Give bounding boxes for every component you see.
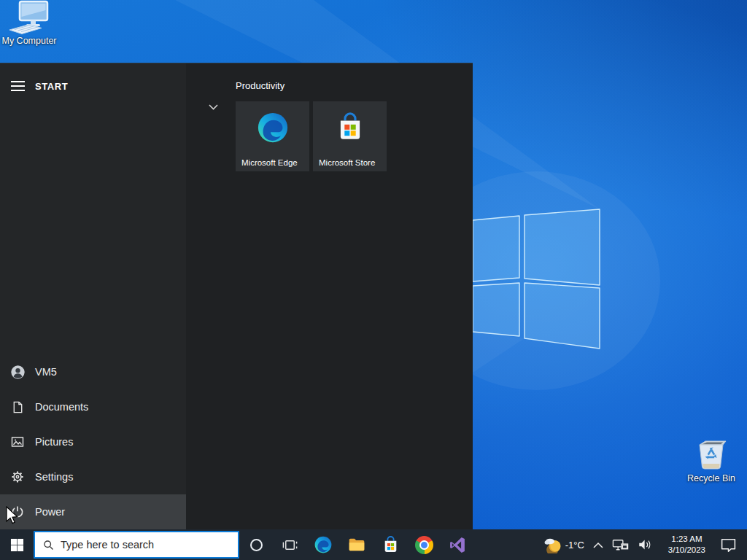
windows-logo-icon [10,538,24,552]
start-nav-label: Pictures [35,436,73,448]
start-button[interactable] [0,529,34,560]
tile-group-title[interactable]: Productivity [236,80,285,91]
desktop-icon-label: My Computer [1,36,56,47]
search-input[interactable] [61,539,232,551]
network-status-button[interactable] [608,529,633,560]
recycle-bin-icon [694,435,729,472]
action-center-button[interactable] [716,529,741,560]
start-menu-title: START [35,81,68,92]
clock-date: 3/10/2023 [668,545,705,556]
search-icon [42,539,55,551]
start-nav-user[interactable]: VM5 [0,354,186,389]
start-nav-settings[interactable]: Settings [0,459,186,494]
computer-icon [8,0,50,35]
microsoft-store-logo-icon [335,112,365,143]
cortana-button[interactable] [239,529,273,560]
file-explorer-icon [347,535,366,554]
tile-label: Microsoft Store [319,158,375,167]
tile-label: Microsoft Edge [241,158,298,167]
taskbar: -1°C [0,529,747,560]
system-tray: -1°C [540,529,747,560]
desktop: My Computer Recycle Bin [0,0,747,560]
task-view-button[interactable] [273,529,306,560]
volume-button[interactable] [633,529,658,560]
start-menu-header: START [0,74,68,98]
tile-microsoft-store[interactable]: Microsoft Store [313,101,387,171]
temperature-text: -1°C [565,540,584,551]
cortana-icon [250,539,263,551]
user-avatar-icon [0,365,35,380]
speaker-icon [638,538,654,551]
google-chrome-icon [415,536,433,554]
weather-widget[interactable]: -1°C [540,529,589,560]
clock-time: 1:23 AM [668,534,705,545]
start-nav-pictures[interactable]: Pictures [0,424,186,459]
gear-icon [0,470,35,484]
desktop-icon-my-computer[interactable]: My Computer [0,0,58,47]
desktop-icon-recycle-bin[interactable]: Recycle Bin [682,435,740,484]
start-nav-documents[interactable]: Documents [0,389,186,424]
weather-moon-cloud-icon [544,536,562,553]
chevron-up-icon [593,542,603,548]
network-icon [612,539,629,551]
taskbar-app-store[interactable] [374,529,407,560]
desktop-icon-label: Recycle Bin [687,474,735,484]
clock[interactable]: 1:23 AM 3/10/2023 [658,529,716,560]
tile-microsoft-edge[interactable]: Microsoft Edge [236,101,309,171]
taskbar-app-file-explorer[interactable] [340,529,374,560]
chevron-down-icon[interactable] [209,104,218,110]
visual-studio-icon [449,536,467,554]
task-view-icon [282,537,298,553]
start-menu-nav: VM5 Documents [0,354,186,529]
tile-row: Microsoft Edge Microsoft Store [236,101,387,171]
microsoft-store-icon [382,536,400,554]
hamburger-menu-icon[interactable] [0,74,35,98]
start-nav-power[interactable]: Power [0,494,186,529]
action-center-icon [720,537,737,553]
power-icon [0,505,35,519]
start-menu-left-rail: START VM5 [0,63,186,529]
microsoft-edge-icon [314,535,333,554]
start-nav-label: VM5 [35,366,57,378]
show-hidden-icons-button[interactable] [589,529,608,560]
start-nav-label: Documents [35,401,88,413]
document-icon [0,400,35,414]
taskbar-search-box[interactable] [34,531,239,559]
taskbar-app-edge[interactable] [306,529,340,560]
start-nav-label: Settings [35,471,73,483]
microsoft-edge-logo-icon [256,111,290,144]
taskbar-app-visual-studio[interactable] [441,529,474,560]
start-nav-label: Power [35,506,65,518]
start-menu: START VM5 [0,63,473,529]
start-menu-tiles-region: Productivity [186,63,473,529]
taskbar-app-chrome[interactable] [407,529,441,560]
pictures-icon [0,435,35,449]
